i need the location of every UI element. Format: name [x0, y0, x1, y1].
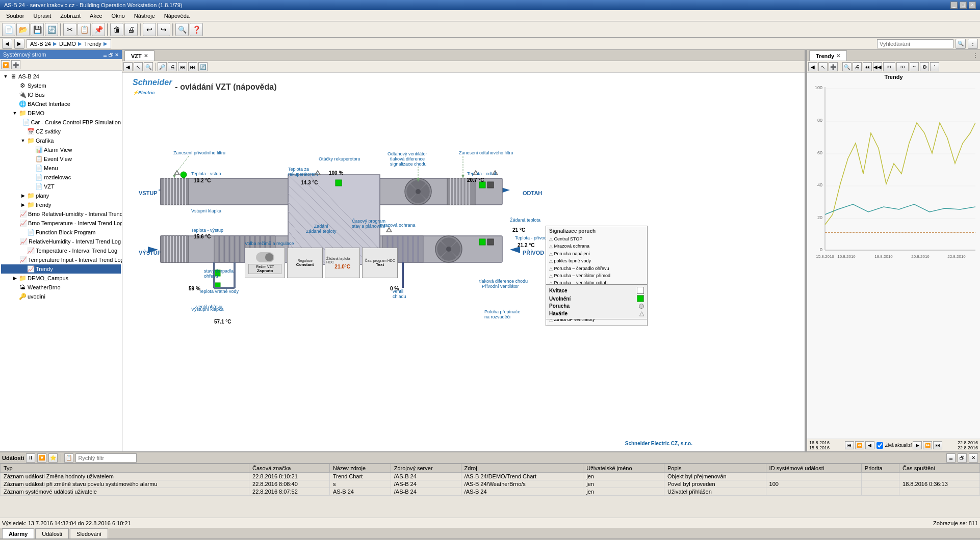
mode-dial[interactable]: [256, 252, 274, 262]
toolbar-save[interactable]: 💾: [31, 23, 44, 36]
toolbar-undo[interactable]: ↩: [143, 23, 156, 36]
toolbar-copy[interactable]: 📋: [78, 23, 91, 36]
menu-upravit[interactable]: Upravit: [29, 12, 55, 20]
close-btn[interactable]: ×: [969, 2, 976, 9]
events-minimize[interactable]: 🗕: [946, 453, 956, 463]
tab-trends[interactable]: Trendy ✕: [809, 50, 847, 61]
menu-okno[interactable]: Okno: [108, 12, 129, 20]
addr-options[interactable]: ⋮: [968, 39, 978, 49]
toolbar-paste[interactable]: 📌: [92, 23, 105, 36]
events-pause[interactable]: ⏸: [26, 453, 35, 463]
playback-play[interactable]: ▶: [913, 441, 922, 449]
toggle-trendy-folder[interactable]: ▶: [19, 201, 27, 208]
trends-zoom-in[interactable]: 🔍: [842, 62, 852, 71]
porucha-indicator[interactable]: [639, 304, 644, 309]
vzt-zoom-in[interactable]: 🔍: [144, 62, 153, 71]
events-close2[interactable]: ✕: [969, 453, 978, 463]
playback-prev[interactable]: ⏪: [855, 441, 864, 449]
tree-item-democampus[interactable]: ▶ 📁 DEMO_Campus: [1, 274, 121, 283]
breadcrumb-trendy[interactable]: Trendy: [84, 41, 101, 47]
sidebar-float[interactable]: 🗗: [109, 52, 114, 58]
breadcrumb-demo[interactable]: DEMO: [59, 41, 76, 47]
tree-item-plany[interactable]: ▶ 📁 plany: [1, 191, 121, 200]
playback-end[interactable]: ⏭: [933, 441, 942, 449]
maximize-btn[interactable]: □: [960, 2, 967, 9]
toggle-plany[interactable]: ▶: [19, 192, 27, 199]
toolbar-cut[interactable]: ✂: [63, 23, 76, 36]
kvitace-indicator[interactable]: [637, 287, 644, 294]
tree-item-trendy-folder[interactable]: ▶ 📁 trendy: [1, 200, 121, 209]
tab-trends-close[interactable]: ✕: [836, 53, 840, 59]
tree-item-car[interactable]: 📄 Car - Cruise Control FBP Simulation: [1, 118, 121, 127]
trends-nav2[interactable]: ◀◀: [873, 62, 882, 71]
tree-item-eventview[interactable]: 📋 Event View: [1, 154, 121, 164]
trends-nav1[interactable]: ⏮: [863, 62, 872, 71]
vzt-zoom-out[interactable]: 🔎: [158, 62, 167, 71]
toggle-asb24[interactable]: ▼: [2, 73, 9, 80]
tree-item-templog[interactable]: 📈 Temperature - Interval Trend Log: [1, 246, 121, 255]
tree-item-system[interactable]: ⚙ System: [1, 81, 121, 90]
events-filter[interactable]: 🔽: [37, 453, 46, 463]
toolbar-redo[interactable]: ↪: [157, 23, 170, 36]
tab-vzt[interactable]: VZT ✕: [124, 50, 154, 61]
tree-item-tempinput[interactable]: 📈 Temperature Input - Interval Trend Log: [1, 255, 121, 264]
trends-settings[interactable]: ⚙: [920, 62, 929, 71]
tree-item-rozdelovac[interactable]: 📄 rozdelovac: [1, 173, 121, 182]
events-star[interactable]: ⭐: [48, 453, 58, 463]
tab-udalosti[interactable]: Události: [35, 528, 69, 538]
sidebar-minimize[interactable]: 🗕: [102, 52, 108, 58]
zadana-teplota-btn-box[interactable]: Žádaná teplota HDC 21.0°C: [325, 248, 360, 278]
events-quickfilter[interactable]: [75, 453, 137, 463]
trends-back[interactable]: ◀: [808, 62, 817, 71]
nav-back[interactable]: ◀: [2, 39, 12, 49]
tree-item-demo[interactable]: ▼ 📁 DEMO: [1, 109, 121, 118]
tree-item-iobus[interactable]: 🔌 IO Bus: [1, 90, 121, 99]
trends-days30[interactable]: 30: [896, 62, 909, 71]
minimize-btn[interactable]: _: [950, 2, 958, 9]
tree-item-weatherbrno[interactable]: 🌤 WeatherBrno: [1, 283, 121, 292]
uvolneni-indicator[interactable]: [637, 295, 644, 302]
trends-days31[interactable]: 31: [883, 62, 895, 71]
menu-napoveda[interactable]: Nápověda: [160, 12, 194, 20]
toolbar-open[interactable]: 📂: [16, 23, 30, 36]
toggle-democampus[interactable]: ▶: [11, 275, 18, 282]
search-button[interactable]: 🔍: [956, 39, 966, 49]
tree-item-menu[interactable]: 📄 Menu: [1, 164, 121, 173]
tree-item-brnorelhumid[interactable]: 📈 Brno RelativeHumidity - Interval Trend…: [1, 209, 121, 219]
trends-wave[interactable]: ~: [910, 62, 919, 71]
playback-start[interactable]: ⏮: [845, 441, 854, 449]
tree-item-czsvat[interactable]: 📅 CZ svátky: [1, 127, 121, 136]
toolbar-refresh[interactable]: 🔄: [45, 23, 58, 36]
tree-item-relhumid[interactable]: 📈 RelativeHumidity - Interval Trend Log: [1, 237, 121, 246]
tree-item-vzt[interactable]: 📄 VZT: [1, 182, 121, 191]
toolbar-help[interactable]: ❓: [190, 23, 203, 36]
regulace-btn-box[interactable]: Regulace Constant: [287, 248, 323, 278]
trends-cursor[interactable]: ↖: [818, 62, 828, 71]
sidebar-controls[interactable]: 🗕 🗗 ✕: [102, 52, 119, 58]
menu-soubor[interactable]: Soubor: [2, 12, 28, 20]
sidebar-filter[interactable]: 🔽: [1, 60, 10, 69]
toggle-demo[interactable]: ▼: [11, 110, 18, 117]
event-row-1[interactable]: Záznam události při změně stavu povelu s…: [1, 480, 980, 488]
playback-back[interactable]: ◀: [865, 441, 874, 449]
trends-panel-options[interactable]: ⋮: [973, 52, 978, 58]
event-row-2[interactable]: Záznam systémové události uživatele 22.8…: [1, 488, 980, 496]
vzt-back[interactable]: ◀: [123, 62, 133, 71]
tree-item-trendysel[interactable]: 📈 Trendy: [1, 264, 121, 274]
sidebar-add[interactable]: ➕: [11, 60, 20, 69]
trends-more[interactable]: ⋮: [930, 62, 939, 71]
trends-plus[interactable]: ➕: [829, 62, 838, 71]
vzt-refresh[interactable]: 🔄: [198, 62, 208, 71]
toolbar-new[interactable]: 📄: [2, 23, 15, 36]
tab-sledovani[interactable]: Sledování: [70, 528, 108, 538]
tree-item-bacnet[interactable]: 🌐 BACnet Interface: [1, 99, 121, 109]
tree-item-alarmview[interactable]: 📊 Alarm View: [1, 145, 121, 154]
sidebar-close[interactable]: ✕: [115, 52, 119, 58]
tab-alarmy[interactable]: Alarmy: [2, 528, 34, 538]
event-row-0[interactable]: Záznam události Změna hodnoty uživatelem…: [1, 473, 980, 480]
nav-forward[interactable]: ▶: [14, 39, 24, 49]
events-menu[interactable]: 📋: [64, 453, 73, 463]
trends-print[interactable]: 🖨: [853, 62, 862, 71]
tree-item-fbp[interactable]: 📄 Function Block Program: [1, 228, 121, 237]
events-float[interactable]: 🗗: [958, 453, 967, 463]
